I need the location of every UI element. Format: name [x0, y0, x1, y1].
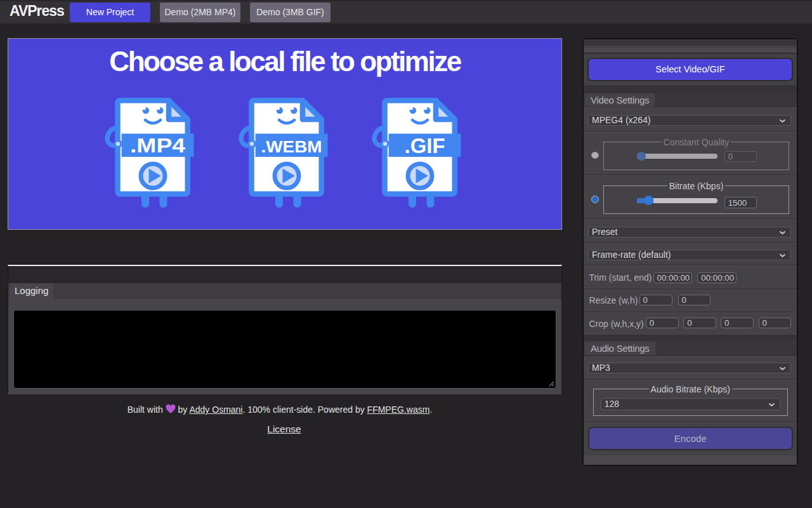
svg-text:.WEBM: .WEBM: [261, 138, 322, 156]
svg-text:.GIF: .GIF: [405, 133, 445, 157]
svg-text:.MP4: .MP4: [130, 135, 186, 157]
